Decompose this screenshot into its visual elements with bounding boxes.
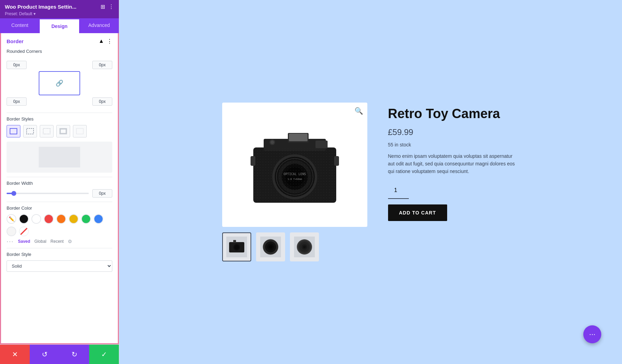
border-style-dashed-btn[interactable] (23, 125, 37, 137)
corners-top-row (7, 61, 112, 69)
border-preview-inner (39, 147, 80, 167)
dots-icon: ··· (589, 330, 595, 339)
product-description: Nemo enim ipsam voluptatem quia voluptas… (388, 152, 519, 175)
add-to-cart-button[interactable]: ADD TO CART (388, 204, 447, 221)
sidebar-header: Woo Product Images Settin... ⊞ ⋮ Preset:… (0, 0, 119, 18)
color-swatch-orange[interactable] (56, 214, 66, 224)
product-container: 🔍 (208, 89, 533, 275)
grid-icon[interactable]: ⊞ (101, 3, 105, 10)
preset-label[interactable]: Preset: Default ▾ (5, 11, 114, 16)
color-swatch-white-outline[interactable] (31, 214, 41, 224)
border-style-select[interactable]: Solid Dashed Dotted Double None (7, 260, 112, 272)
undo-button[interactable]: ↺ (30, 345, 59, 364)
corner-bottom-left[interactable] (7, 97, 27, 106)
sidebar-header-icons: ⊞ ⋮ (101, 3, 114, 10)
svg-rect-5 (76, 128, 83, 134)
border-style-solid-btn[interactable] (7, 125, 20, 137)
product-price: £59.99 (388, 127, 519, 137)
svg-rect-1 (27, 128, 34, 134)
border-style-dropdown-row: Solid Dashed Dotted Double None (7, 260, 112, 272)
border-width-label: Border Width (7, 181, 112, 186)
border-preview (7, 142, 112, 173)
color-swatch-blue[interactable] (94, 214, 103, 224)
thumbnail-3[interactable] (290, 232, 319, 261)
color-swatches: ✏️ (7, 214, 112, 236)
border-color-label: Border Color (7, 205, 112, 211)
product-images: 🔍 (222, 103, 367, 261)
color-swatch-slash[interactable] (19, 227, 29, 236)
color-swatch-black[interactable] (19, 214, 29, 224)
redo-button[interactable]: ↻ (59, 345, 89, 364)
sidebar-content: Border ▲ ⋮ Rounded Corners 🔗 (0, 33, 119, 344)
save-button[interactable]: ✓ (89, 345, 119, 364)
slider-thumb[interactable] (11, 191, 16, 196)
svg-point-22 (271, 141, 274, 144)
tab-design[interactable]: Design (40, 18, 79, 33)
product-info: Retro Toy Camera £59.99 55 in stock Nemo… (388, 103, 519, 221)
corner-bottom-right[interactable] (92, 97, 112, 106)
thumbnail-1[interactable] (222, 232, 251, 261)
color-swatch-green[interactable] (81, 214, 91, 224)
color-tab-recent[interactable]: Recent (50, 239, 64, 244)
corners-bottom-row (7, 97, 112, 106)
product-title: Retro Toy Camera (388, 106, 519, 122)
border-section: Border ▲ ⋮ Rounded Corners 🔗 (1, 33, 118, 277)
product-stock: 55 in stock (388, 142, 519, 147)
tab-content[interactable]: Content (0, 18, 40, 33)
floating-menu-button[interactable]: ··· (583, 325, 601, 343)
rounded-corners-label: Rounded Corners (7, 49, 112, 54)
color-swatch-yellow[interactable] (69, 214, 78, 224)
svg-rect-9 (289, 134, 308, 141)
collapse-icon[interactable]: ▲ (98, 38, 104, 45)
color-swatch-red[interactable] (44, 214, 54, 224)
main-content: 🔍 (119, 0, 622, 364)
svg-rect-23 (251, 156, 255, 166)
border-width-row (7, 189, 112, 198)
border-styles-label: Border Styles (7, 116, 112, 122)
svg-rect-10 (315, 141, 328, 148)
sidebar: Woo Product Images Settin... ⊞ ⋮ Preset:… (0, 0, 119, 364)
border-style-label: Border Style (7, 252, 112, 257)
border-styles-row (7, 125, 112, 137)
quantity-row (388, 182, 519, 199)
border-style-double-btn[interactable] (56, 125, 70, 137)
svg-rect-20 (254, 148, 336, 202)
sidebar-title: Woo Product Images Settin... (5, 4, 76, 10)
main-product-image: 🔍 (222, 103, 367, 227)
svg-point-41 (303, 246, 306, 248)
more-options-icon[interactable]: ⋮ (109, 3, 114, 10)
corner-top-left[interactable] (7, 61, 27, 69)
svg-rect-0 (10, 128, 17, 134)
camera-illustration: OPTICAL LENS 1:8 f=60mm (243, 120, 347, 210)
border-style-none-btn[interactable] (73, 125, 87, 137)
color-swatch-light[interactable] (7, 227, 16, 236)
tab-advanced[interactable]: Advanced (79, 18, 119, 33)
search-icon[interactable]: 🔍 (355, 107, 363, 115)
section-header-icons: ▲ ⋮ (98, 38, 112, 45)
section-title: Border (7, 38, 23, 44)
corner-top-right[interactable] (92, 61, 112, 69)
color-tab-saved[interactable]: Saved (18, 239, 30, 244)
section-more-icon[interactable]: ⋮ (107, 38, 112, 45)
sidebar-tabs: Content Design Advanced (0, 18, 119, 33)
product-thumbnails (222, 232, 367, 261)
border-width-input[interactable] (92, 189, 112, 198)
thumbnail-2[interactable] (256, 232, 285, 261)
svg-rect-2 (43, 128, 50, 134)
color-dots: ··· (7, 238, 14, 245)
close-button[interactable]: ✕ (0, 345, 30, 364)
quantity-input[interactable] (388, 182, 409, 199)
border-width-slider-track[interactable] (7, 193, 89, 194)
corners-grid: 🔗 (7, 57, 112, 109)
sidebar-bottom: ✕ ↺ ↻ ✓ (0, 344, 119, 364)
color-settings-icon[interactable]: ⚙ (68, 239, 72, 244)
border-style-dotted-btn[interactable] (40, 125, 54, 137)
color-tabs-row: ··· Saved Global Recent ⚙ (7, 238, 112, 245)
color-tab-global[interactable]: Global (34, 239, 46, 244)
corner-box: 🔗 (39, 71, 80, 95)
link-icon[interactable]: 🔗 (56, 79, 63, 87)
eyedropper-btn[interactable]: ✏️ (7, 214, 16, 224)
svg-point-34 (269, 245, 272, 249)
svg-point-28 (234, 245, 239, 250)
svg-rect-24 (334, 156, 339, 166)
